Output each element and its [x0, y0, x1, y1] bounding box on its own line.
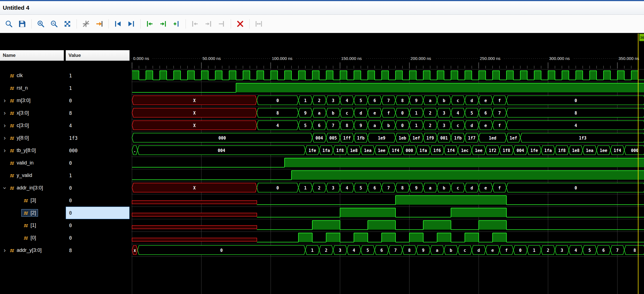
signal-value-y-8-0: 1f3 [66, 132, 130, 144]
signal-row-1[interactable]: [1] [0, 219, 64, 232]
wave-rst-n [132, 83, 644, 92]
signal-row-clk[interactable]: clk [0, 69, 64, 82]
svg-text:1fa: 1fa [322, 148, 330, 153]
svg-text:2: 2 [325, 248, 327, 253]
svg-text:1: 1 [415, 123, 417, 128]
svg-text:1f4: 1f4 [613, 148, 621, 153]
signal-value-text: 1 [69, 85, 72, 91]
signal-row-2[interactable]: [2] [0, 207, 64, 219]
toolbar-separator [108, 19, 109, 29]
signal-value-valid-in: 0 [66, 157, 130, 169]
svg-text:8: 8 [276, 111, 279, 116]
waveform-canvas[interactable]: 0.000 ns50.000 ns100.000 ns150.000 ns200… [131, 33, 644, 294]
svg-text:1ea: 1ea [364, 148, 371, 153]
trim-icon [217, 20, 226, 28]
expand-chevron-icon[interactable]: › [2, 98, 8, 104]
search-button[interactable] [2, 17, 16, 31]
svg-text:1: 1 [533, 248, 535, 253]
zoom-out-icon [50, 20, 58, 28]
svg-text:0.000 ns: 0.000 ns [133, 56, 149, 61]
expand-chevron-icon[interactable]: › [2, 247, 8, 254]
signal-name-label: [0] [31, 235, 36, 241]
expand-chevron-icon[interactable]: › [2, 110, 8, 116]
svg-text:2: 2 [318, 98, 320, 103]
prev-transition-button[interactable] [111, 17, 125, 31]
signal-row-valid-in[interactable]: valid_in [0, 157, 64, 169]
collapse-chevron-icon[interactable]: › [2, 185, 8, 191]
search-icon [5, 20, 13, 28]
svg-text:300.000 ns: 300.000 ns [549, 56, 570, 61]
svg-text:d: d [477, 248, 480, 253]
goto-end-icon [204, 20, 212, 28]
signal-row-x-3-0[interactable]: ›x[3:0] [0, 107, 64, 119]
svg-text:100.000 ns: 100.000 ns [272, 56, 292, 61]
signal-row-tb-y-8-0[interactable]: ›tb_y[8:0] [0, 144, 64, 157]
svg-text:000: 000 [405, 148, 413, 153]
svg-text:1: 1 [304, 186, 306, 191]
svg-text:b: b [387, 123, 390, 128]
next-transition-button[interactable] [125, 17, 138, 31]
signal-name-label: [2] [31, 210, 36, 216]
no-snap-button[interactable] [79, 17, 93, 31]
signal-name-label: clk [17, 73, 23, 78]
svg-text:1e8: 1e8 [350, 148, 358, 153]
zoom-out-button[interactable] [47, 17, 61, 31]
signal-row-y-8-0[interactable]: ›y[8:0] [0, 132, 64, 144]
signal-value-text: 0 [69, 210, 72, 216]
signal-row-3[interactable]: [3] [0, 194, 64, 207]
zoom-in-button[interactable] [34, 17, 47, 31]
svg-text:1ef: 1ef [412, 136, 420, 141]
svg-text:1ee: 1ee [475, 148, 482, 153]
svg-text:1: 1 [304, 98, 306, 103]
svg-text:0: 0 [276, 186, 279, 191]
wave-addr-y-3-0: x0123456789abcdef012345678 [132, 245, 644, 255]
expand-chevron-icon[interactable]: › [2, 123, 8, 129]
signal-row-rst-n[interactable]: rst_n [0, 82, 64, 94]
svg-text:000: 000 [218, 136, 226, 141]
svg-text:0: 0 [220, 248, 223, 253]
signal-value-y-valid: 1 [66, 169, 130, 182]
svg-text:7: 7 [616, 248, 618, 253]
zoom-fit-button[interactable] [61, 17, 74, 31]
svg-text:b: b [443, 98, 445, 103]
signal-row-y-valid[interactable]: y_valid [0, 169, 64, 182]
trim-button [215, 17, 228, 31]
svg-text:d: d [470, 98, 473, 103]
expand-chevron-icon[interactable]: › [2, 135, 8, 141]
signal-row-m-3-0[interactable]: ›m[3:0] [0, 94, 64, 107]
svg-text:3: 3 [332, 186, 334, 191]
save-icon [18, 20, 26, 28]
delete-button[interactable] [234, 17, 247, 31]
svg-text:b: b [450, 248, 452, 253]
prev-edge-button[interactable] [143, 17, 156, 31]
signal-value-text: 0 [69, 160, 72, 166]
svg-text:2: 2 [429, 123, 431, 128]
signal-value-2[interactable]: 0 [66, 207, 130, 219]
signal-row-0[interactable]: [0] [0, 232, 64, 244]
time-ruler[interactable]: 0.000 ns50.000 ns100.000 ns150.000 ns200… [131, 56, 644, 69]
expand-chevron-icon[interactable]: › [2, 148, 8, 154]
next-edge-button[interactable] [156, 17, 170, 31]
prev-transition-icon [114, 20, 122, 28]
svg-text:1f8: 1f8 [503, 148, 510, 153]
svg-text:1e9: 1e9 [378, 136, 385, 141]
titlebar: Untitled 4 [0, 1, 644, 15]
add-marker-button[interactable] [170, 17, 183, 31]
svg-text:7: 7 [387, 186, 390, 191]
svg-text:a: a [373, 123, 376, 128]
signal-wave-icon [9, 123, 15, 128]
signal-row-c-3-0[interactable]: ›c[3:0] [0, 119, 64, 132]
signal-row-addr-y-3-0[interactable]: ›addr_y[3:0] [0, 244, 64, 257]
signal-row-addr-in-3-0[interactable]: ›addr_in[3:0] [0, 182, 64, 194]
svg-text:6: 6 [484, 111, 487, 116]
signal-value-clk: 1 [66, 69, 130, 82]
save-button[interactable] [16, 17, 29, 31]
svg-text:1f4: 1f4 [447, 148, 455, 153]
svg-text:a: a [429, 98, 431, 103]
signal-name-box: y_valid [8, 172, 34, 179]
svg-text:f: f [498, 123, 501, 128]
wave-clk [132, 71, 644, 80]
signal-wave-icon [9, 173, 15, 178]
svg-text:6: 6 [318, 123, 320, 128]
goto-time-button[interactable] [93, 17, 106, 31]
